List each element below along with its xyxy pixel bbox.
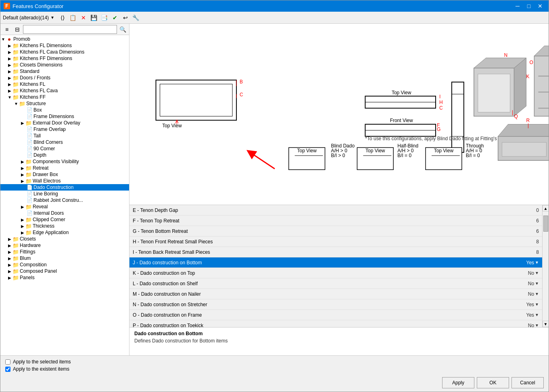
tree-item-root[interactable]: ▼●Promob <box>0 36 129 42</box>
tree-toggle[interactable]: ▶ <box>7 81 13 87</box>
tree-item-closets-dim[interactable]: ▶📁Closets Dimensions <box>0 62 129 68</box>
close-button[interactable]: ✕ <box>535 2 545 10</box>
ok-button[interactable]: OK <box>477 377 509 388</box>
tree-item-line-boring[interactable]: 📄Line Boring <box>0 191 129 197</box>
tree-toggle[interactable]: ▼ <box>0 36 6 42</box>
checkbox-existent-input[interactable] <box>5 367 10 372</box>
tree-toggle[interactable]: ▶ <box>7 56 13 61</box>
checkbox-selected-items[interactable]: Apply to the selected items <box>5 359 544 365</box>
prop-value[interactable]: Yes▼ <box>510 312 542 318</box>
tree-item-structure[interactable]: ▼📁Structure <box>0 100 129 107</box>
tree-toggle[interactable]: ▶ <box>7 49 13 55</box>
tree-item-edge-application[interactable]: ▶📁Edge Application <box>0 229 129 236</box>
toolbar-ok-btn[interactable]: ✔ <box>110 13 120 23</box>
prop-row[interactable]: F - Tenon Top Retreat6 <box>129 216 542 226</box>
tree-item-composition[interactable]: ▶📁Composition <box>0 261 129 268</box>
tree-toggle[interactable]: ▶ <box>7 262 13 268</box>
tree-item-internal-doors[interactable]: 📄Internal Doors <box>0 210 129 216</box>
prop-dropdown-icon[interactable]: ▼ <box>535 323 539 327</box>
prop-row[interactable]: E - Tenon Depth Gap0 <box>129 205 542 216</box>
prop-dropdown-icon[interactable]: ▼ <box>535 271 539 275</box>
tree-toggle[interactable]: ▶ <box>20 120 25 126</box>
sidebar-collapse-btn[interactable]: ⊟ <box>13 25 22 34</box>
tree-item-kitchens-ff-dim[interactable]: ▶📁Kitchens FF Dimensions <box>0 55 129 62</box>
tree-toggle[interactable]: ▶ <box>7 68 13 74</box>
tree-item-clipped-corner[interactable]: ▶📁Clipped Corner <box>0 216 129 223</box>
tree-toggle[interactable]: ▶ <box>7 268 13 274</box>
tree-toggle[interactable]: ▼ <box>7 94 13 100</box>
tree-item-depth[interactable]: 📄Depth <box>0 152 129 158</box>
tree-item-components-vis[interactable]: ▶📁Components Visibility <box>0 158 129 165</box>
tree-item-doors-fronts[interactable]: ▶📁Doors / Fronts <box>0 75 129 81</box>
tree-toggle[interactable]: ▶ <box>20 172 25 177</box>
prop-row[interactable]: N - Dado construction on StretcherYes▼ <box>129 299 542 310</box>
prop-value[interactable]: Yes▼ <box>510 260 542 265</box>
sidebar-search-input[interactable] <box>23 25 117 34</box>
tree-item-retreat[interactable]: ▶📁Retreat <box>0 165 129 171</box>
prop-row[interactable]: H - Tenon Front Retreat Small Pieces8 <box>129 236 542 247</box>
tree-item-90-corner[interactable]: 📄90 Corner <box>0 145 129 152</box>
toolbar-delete-btn[interactable]: ✕ <box>79 13 88 23</box>
tree-item-frame-overlap[interactable]: 📄Frame Overlap <box>0 126 129 133</box>
tree-item-box[interactable]: 📄Box <box>0 107 129 113</box>
prop-dropdown-icon[interactable]: ▼ <box>535 281 539 286</box>
cancel-button[interactable]: Cancel <box>511 377 544 388</box>
tree-item-composed-panel[interactable]: ▶📁Composed Panel <box>0 268 129 274</box>
tree-toggle[interactable]: ▶ <box>7 62 13 68</box>
tree-item-closets[interactable]: ▶📁Closets <box>0 236 129 242</box>
tree-item-panels[interactable]: ▶📁Panels <box>0 274 129 281</box>
toolbar-copy-btn[interactable]: 📋 <box>68 13 78 23</box>
tree-item-standard[interactable]: ▶📁Standard <box>0 68 129 75</box>
prop-value[interactable]: Yes▼ <box>510 302 542 307</box>
tree-item-wall-electros[interactable]: ▶📁Wall Electros <box>0 178 129 184</box>
tree-toggle[interactable]: ▶ <box>20 204 25 209</box>
tree-toggle[interactable]: ▶ <box>20 178 25 184</box>
toolbar-save-btn[interactable]: 💾 <box>89 13 99 23</box>
prop-dropdown-icon[interactable]: ▼ <box>535 302 539 307</box>
tree-toggle[interactable]: ▶ <box>7 249 13 255</box>
apply-button[interactable]: Apply <box>442 377 474 388</box>
tree-toggle[interactable]: ▶ <box>7 43 13 48</box>
prop-row[interactable]: P - Dado construction on ToekickNo▼ <box>129 320 542 327</box>
prop-row[interactable]: L - Dado construction on ShelfNo▼ <box>129 278 542 289</box>
tree-toggle[interactable]: ▶ <box>7 275 13 280</box>
tree-toggle[interactable]: ▶ <box>20 165 25 171</box>
tree-toggle[interactable]: ▶ <box>7 255 13 261</box>
tree-toggle[interactable]: ▶ <box>7 236 13 242</box>
toolbar-nav-btn[interactable]: ⟨⟩ <box>58 13 67 23</box>
tree-item-fittings[interactable]: ▶📁Fittings <box>0 249 129 255</box>
tree-item-dado-construction[interactable]: 📄Dado Construction <box>0 184 129 191</box>
toolbar-settings-btn[interactable]: 🔧 <box>131 13 141 23</box>
checkbox-existent-items[interactable]: Apply to the existent items <box>5 366 544 372</box>
tree-item-blum[interactable]: ▶📁Blum <box>0 255 129 261</box>
prop-value[interactable]: No▼ <box>510 270 542 276</box>
tree-item-drawer-box[interactable]: ▶📁Drawer Box <box>0 171 129 178</box>
prop-dropdown-icon[interactable]: ▼ <box>535 313 539 317</box>
tree-item-ext-door-overlay[interactable]: ▶📁External Door Overlay <box>0 120 129 126</box>
profile-dropdown-icon[interactable]: ▼ <box>50 15 54 20</box>
tree-toggle[interactable]: ▶ <box>20 217 25 222</box>
prop-value[interactable]: No▼ <box>510 323 542 328</box>
tree-item-reveal[interactable]: ▶📁Reveal <box>0 203 129 210</box>
tree-item-kitchens-fl-cava-dim[interactable]: ▶📁Kitchens FL Cava Dimensions <box>0 49 129 55</box>
prop-row[interactable]: O - Dado construction on FrameYes▼ <box>129 310 542 320</box>
tree-item-tall[interactable]: 📄Tall <box>0 133 129 139</box>
prop-row[interactable]: M - Dado construction on NailerNo▼ <box>129 289 542 299</box>
prop-value[interactable]: No▼ <box>510 291 542 297</box>
prop-value[interactable]: No▼ <box>510 281 542 286</box>
tree-item-kitchens-fl[interactable]: ▶📁Kitchens FL <box>0 81 129 87</box>
toolbar-paste-btn[interactable]: 📑 <box>100 13 109 23</box>
sidebar-search-btn[interactable]: 🔍 <box>118 25 127 34</box>
tree-item-rabbet-joint[interactable]: 📄Rabbet Joint Constru... <box>0 197 129 203</box>
scroll-down-btn[interactable]: ▼ <box>543 321 549 327</box>
sidebar-expand-btn[interactable]: ≡ <box>2 25 12 34</box>
tree-toggle[interactable]: ▶ <box>20 223 25 229</box>
prop-dropdown-icon[interactable]: ▼ <box>535 292 539 296</box>
maximize-button[interactable]: □ <box>524 2 534 10</box>
prop-row[interactable]: J - Dado construction on BottomYes▼ <box>129 257 542 268</box>
checkbox-selected-input[interactable] <box>5 359 10 365</box>
tree-item-blind-corners[interactable]: 📄Blind Corners <box>0 139 129 145</box>
tree-item-hardware[interactable]: ▶📁Hardware <box>0 242 129 249</box>
scroll-up-btn[interactable]: ▲ <box>543 205 549 212</box>
prop-dropdown-icon[interactable]: ▼ <box>535 260 539 265</box>
